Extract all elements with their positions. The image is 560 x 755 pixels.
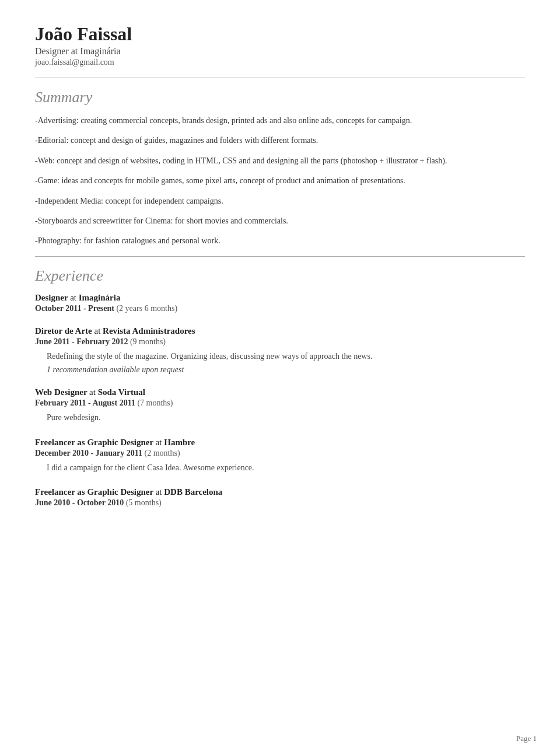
summary-bullet: -Photography: for fashion catalogues and… [35,235,525,247]
job-recommendation: 1 recommendation available upon request [47,365,525,375]
summary-heading: Summary [35,89,525,106]
summary-bullet: -Editorial: concept and design of guides… [35,134,525,147]
experience-section: Experience Designer at ImagináriaOctober… [35,267,525,508]
summary-bullet: -Advertising: creating commercial concep… [35,114,525,127]
profile-title: Designer at Imaginária [35,46,525,57]
job-title-line: Designer at Imaginária [35,293,525,303]
job-block: Freelancer as Graphic Designer at DDB Ba… [35,487,525,508]
job-block: Web Designer at Soda VirtualFebruary 201… [35,387,525,424]
job-description: Pure webdesign. [47,411,525,424]
jobs-container: Designer at ImagináriaOctober 2011 - Pre… [35,293,525,508]
job-date-line: October 2011 - Present (2 years 6 months… [35,304,525,313]
job-date-line: June 2010 - October 2010 (5 months) [35,498,525,508]
job-description: Redefining the style of the magazine. Or… [47,350,525,363]
summary-bullets: -Advertising: creating commercial concep… [35,114,525,248]
email: joao.faissal@gmail.com [35,58,525,67]
full-name: João Faissal [35,23,525,45]
header-divider [35,78,525,78]
job-title-line: Freelancer as Graphic Designer at DDB Ba… [35,487,525,497]
job-block: Freelancer as Graphic Designer at Hambre… [35,438,525,474]
summary-bullet: -Web: concept and design of websites, co… [35,155,525,167]
job-date-line: June 2011 - February 2012 (9 months) [35,337,525,347]
summary-bullet: -Independent Media: concept for independ… [35,195,525,208]
summary-divider [35,256,525,257]
job-block: Designer at ImagináriaOctober 2011 - Pre… [35,293,525,313]
job-title-line: Diretor de Arte at Revista Administrador… [35,326,525,336]
job-description: I did a campaign for the client Casa Ide… [47,462,525,474]
page-number: Page 1 [516,734,537,743]
job-title-line: Freelancer as Graphic Designer at Hambre [35,438,525,448]
experience-heading: Experience [35,267,525,285]
job-date-line: December 2010 - January 2011 (2 months) [35,449,525,458]
summary-bullet: -Storyboards and screewritter for Cinema… [35,215,525,228]
job-block: Diretor de Arte at Revista Administrador… [35,326,525,375]
summary-section: Summary -Advertising: creating commercia… [35,89,525,248]
summary-bullet: -Game: ideas and concepts for mobile gam… [35,174,525,187]
header: João Faissal Designer at Imaginária joao… [35,23,525,67]
job-date-line: February 2011 - August 2011 (7 months) [35,399,525,408]
job-title-line: Web Designer at Soda Virtual [35,387,525,397]
